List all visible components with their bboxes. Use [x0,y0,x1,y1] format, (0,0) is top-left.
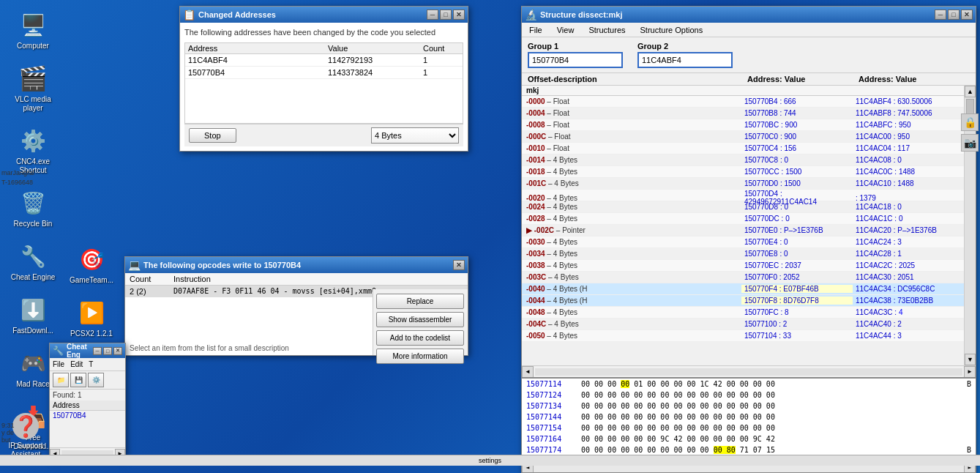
desktop-icon-vlc[interactable]: 🎬 VLC media player [7,61,59,116]
structure-close[interactable]: ✕ [961,10,973,20]
desktop-icon-computer[interactable]: 🖥️ Computer [7,7,59,53]
structure-row-10: -0028 – 4 Bytes 150770DC : 0 11C4AC1C : … [522,213,964,225]
structure-row-3: -000C – Float 150770C0 : 900 11C4AC00 : … [522,131,964,143]
menu-view[interactable]: View [550,23,582,37]
opcodes-controls: ✕ [453,260,465,270]
structure-section-name: mkj [522,86,964,96]
scroll-up-arrow[interactable]: ▲ [965,86,976,97]
gameteam-icon-label: GameTeam... [70,276,113,285]
ce-address-value: 150770B4 [50,411,125,420]
hex-addr-1: 15077124 [526,391,581,399]
group2-label: Group 2 [637,42,733,51]
menu-file[interactable]: File [522,23,550,37]
ce-tool-btn-1[interactable]: 📁 [53,373,69,387]
hex-addr-0: 15077114 [526,380,581,388]
group1-input[interactable] [528,52,623,68]
row3-addr2: 11C4AC00 : 950 [853,133,964,141]
changed-addresses-body: The following addresses have been change… [180,23,468,151]
more-information-button[interactable]: More information [376,349,464,364]
ce-menu-edit[interactable]: Edit [67,360,86,368]
changed-addresses-maximize[interactable]: □ [440,10,452,20]
row15-desc: -003C – 4 Bytes [522,273,741,281]
ca-col-value: Value [328,44,423,53]
row5-addr1: 150770C8 : 0 [741,156,853,164]
row7-addr1: 150770D0 : 1500 [741,179,853,187]
gameteam-icon: 🎯 [77,245,106,274]
row15-addr2: 11C4AC30 : 2051 [853,273,964,281]
add-to-codelist-button[interactable]: Add to the codelist [376,330,464,346]
group2-input[interactable] [637,52,733,68]
ce-mini-titlebar: 🔧 Cheat Eng ─ □ ✕ [50,343,125,358]
ce-mini-maximize[interactable]: □ [103,347,112,355]
opcodes-table-header: Count Instruction [125,273,468,286]
menu-structure-options[interactable]: Structure Options [633,23,711,37]
structure-row-7: -001C – 4 Bytes 150770D0 : 1500 11C4AC10… [522,178,964,190]
desktop-icon-cheat-engine[interactable]: 🔧 Cheat Engine [7,239,59,285]
scroll-down-arrow[interactable]: ▼ [965,354,976,365]
bytes-select[interactable]: 4 Bytes 2 Bytes 1 Byte Float [371,127,459,144]
show-disassembler-button[interactable]: Show disassembler [376,312,464,327]
vlc-icon-label: VLC media player [10,95,56,113]
row1-addr2: 11C4ABF8 : 747.50006 [853,109,964,117]
structure-row-8: -0020 – 4 Bytes 150770D4 : 42949672911C4… [522,190,964,201]
changed-addresses-titlebar: 📋 Changed Addresses ─ □ ✕ [180,7,468,23]
hex-row-4: 15077154 00 00 00 00 00 00 00 00 00 00 0… [522,422,976,433]
opcodes-close[interactable]: ✕ [453,260,465,270]
structure-row-9: -0024 – 4 Bytes 150770D8 : 0 11C4AC18 : … [522,201,964,213]
col-offset-desc: Offset-description [528,75,747,83]
menu-structures[interactable]: Structures [581,23,632,37]
structure-maximize[interactable]: □ [948,10,960,20]
structure-row-15: -003C – 4 Bytes 150770F0 : 2052 11C4AC30… [522,272,964,283]
row1-desc: -0004 – Float [522,109,741,117]
row14-addr2: 11C4AC2C : 2025 [853,261,964,269]
row20-addr2: 11C4AC44 : 3 [853,332,964,340]
row18-addr2: 11C4AC3C : 4 [853,308,964,316]
ce-menu-t[interactable]: T [86,360,96,368]
stop-button[interactable]: Stop [189,128,236,143]
row9-addr2: 11C4AC18 : 0 [853,203,964,211]
structure-row-6: -0018 – 4 Bytes 150770CC : 1500 11C4AC0C… [522,166,964,178]
structure-menubar: File View Structures Structure Options [522,23,976,37]
row0-desc: -0000 – Float [522,97,741,105]
cnc4-icon: ⚙️ [18,126,48,155]
row13-addr2: 11C4AC28 : 1 [853,250,964,258]
structure-minimize[interactable]: ─ [935,10,946,20]
scroll-left-arrow[interactable]: ◄ [522,366,534,378]
opcodes-titlebar: 💻 The following opcodes write to 150770B… [125,257,468,273]
row10-desc: -0028 – 4 Bytes [522,215,741,223]
row19-desc: -004C – 4 Bytes [522,320,741,328]
ad-chat-text: marJangral T-1696648 [1,168,34,187]
structure-row-2: -0008 – Float 150770BC : 900 11C4ABFC : … [522,119,964,131]
row4-addr1: 150770C4 : 156 [741,144,853,152]
replace-button[interactable]: Replace [376,294,464,309]
desktop-icon-gameteam[interactable]: 🎯 GameTeam... [66,242,117,288]
structure-row-19: -004C – 4 Bytes 15077100 : 2 11C4AC40 : … [522,319,964,330]
ce-mini-minimize[interactable]: ─ [93,347,102,355]
structure-row-18: -0048 – 4 Bytes 150770FC : 8 11C4AC3C : … [522,307,964,319]
pcsx2-icon: ▶️ [77,298,106,327]
hex-addr-6: 15077174 [526,446,581,454]
changed-addresses-minimize[interactable]: ─ [427,10,438,20]
row12-addr1: 150770E4 : 0 [741,238,853,246]
ce-mini-close[interactable]: ✕ [113,347,122,355]
structure-table-area: mkj -0000 – Float 150770B4 : 666 11C4ABF… [522,86,976,365]
structure-row-1: -0004 – Float 150770B8 : 744 11C4ABF8 : … [522,108,964,119]
row17-addr1: 150770F8 : 8D76D7F8 [741,297,853,305]
ce-mini-menubar: File Edit T [50,358,125,371]
structure-row-0: -0000 – Float 150770B4 : 666 11C4ABF4 : … [522,96,964,108]
structure-row-14: -0038 – 4 Bytes 150770EC : 2037 11C4AC2C… [522,260,964,272]
structure-col-headers: Offset-description Address: Value Addres… [522,73,976,86]
computer-icon-label: Computer [17,42,49,51]
recycle-icon-label: Recycle Bin [14,220,53,228]
hex-bytes-5: 00 00 00 00 00 00 9C 42 00 00 00 00 00 9… [581,435,968,443]
ce-tool-btn-2[interactable]: 💾 [70,373,86,387]
cheat-engine-icon-label: Cheat Engine [11,273,56,282]
row6-desc: -0018 – 4 Bytes [522,168,741,176]
changed-addresses-close[interactable]: ✕ [453,10,465,20]
desktop-icon-recycle[interactable]: 🗑️ Recycle Bin [7,185,59,231]
scroll-right-arrow[interactable]: ► [964,366,976,378]
hex-ascii-0: B [967,380,971,388]
ce-menu-file[interactable]: File [50,360,67,368]
ca-row0-val: 1142792193 [328,56,423,64]
ce-tool-btn-3[interactable]: ⚙️ [88,373,104,387]
